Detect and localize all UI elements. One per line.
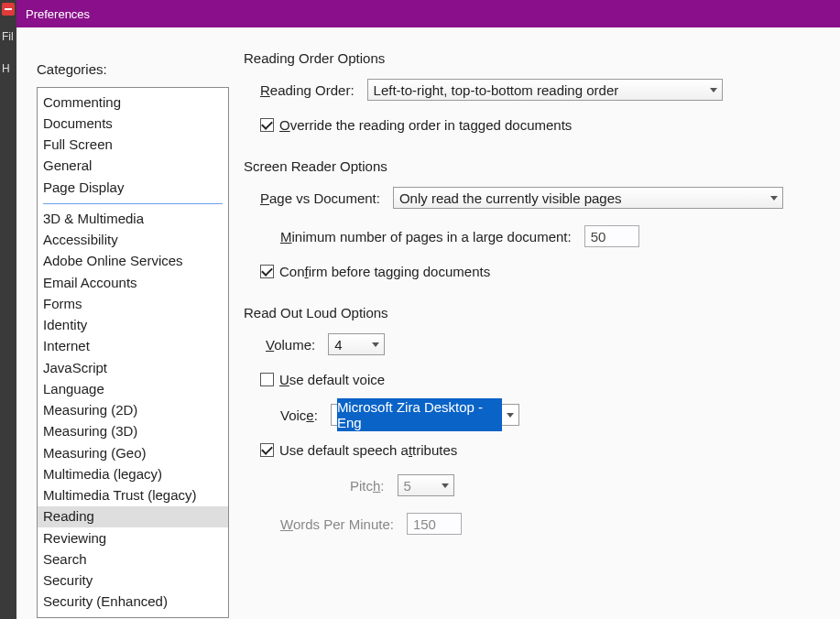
use-default-attrs-label: Use default speech attributes <box>279 442 457 458</box>
bg-text-fil: Fil <box>2 30 14 43</box>
category-item[interactable]: Multimedia (legacy) <box>38 463 228 484</box>
page-vs-document-select[interactable]: Only read the currently visible pages <box>393 187 783 209</box>
category-item[interactable]: JavaScript <box>38 357 228 378</box>
min-pages-input[interactable]: 50 <box>584 225 639 247</box>
wpm-input: 150 <box>407 513 462 535</box>
confirm-tagging-checkbox[interactable] <box>260 265 274 278</box>
category-item[interactable]: Internet <box>38 336 228 357</box>
voice-select[interactable]: Microsoft Zira Desktop - Eng <box>331 404 519 426</box>
use-default-voice-checkbox[interactable] <box>260 373 274 386</box>
confirm-tagging-label: Confirm before tagging documents <box>279 264 490 279</box>
pitch-select: 5 <box>398 474 454 496</box>
section-read-out-loud-title: Read Out Loud Options <box>244 305 839 320</box>
volume-label: Volume: <box>266 337 315 353</box>
app-icon <box>2 3 15 16</box>
voice-label: Voice: <box>280 407 318 423</box>
section-reading-order-title: Reading Order Options <box>244 50 839 66</box>
pitch-label: Pitch: <box>350 478 385 494</box>
dialog-titlebar: Preferences <box>16 0 840 27</box>
volume-value: 4 <box>334 337 342 353</box>
category-item[interactable]: Email Accounts <box>38 272 228 293</box>
use-default-voice-label: Use default voice <box>279 372 385 387</box>
reading-order-select[interactable]: Left-to-right, top-to-bottom reading ord… <box>367 79 723 101</box>
volume-select[interactable]: 4 <box>328 333 385 355</box>
category-item[interactable]: Reading <box>38 506 228 527</box>
pitch-value: 5 <box>404 478 411 494</box>
category-item[interactable]: Page Display <box>38 177 228 198</box>
reading-order-value: Left-to-right, top-to-bottom reading ord… <box>374 82 619 98</box>
category-item[interactable]: Signatures <box>38 613 228 618</box>
dialog-title: Preferences <box>26 7 90 21</box>
category-item[interactable]: Language <box>38 378 228 399</box>
override-reading-order-label: Override the reading order in tagged doc… <box>279 117 572 133</box>
category-item[interactable]: Full Screen <box>38 135 228 156</box>
category-item[interactable]: Measuring (Geo) <box>38 442 228 463</box>
wpm-label: Words Per Minute: <box>280 516 394 532</box>
wpm-value: 150 <box>413 516 436 532</box>
bg-text-h: H <box>2 62 10 75</box>
category-listbox[interactable]: CommentingDocumentsFull ScreenGeneralPag… <box>37 87 229 618</box>
category-divider <box>43 203 223 204</box>
page-vs-document-label: Page vs Document: <box>260 190 380 206</box>
min-pages-label: Minimum number of pages in a large docum… <box>280 229 572 244</box>
category-item[interactable]: Forms <box>38 293 228 314</box>
section-screen-reader: Page vs Document: Only read the currentl… <box>244 187 839 279</box>
preferences-dialog: Categories: CommentingDocumentsFull Scre… <box>16 27 840 619</box>
category-item[interactable]: General <box>38 156 228 177</box>
section-screen-reader-title: Screen Reader Options <box>244 158 839 174</box>
override-reading-order-checkbox[interactable] <box>260 118 274 132</box>
category-item[interactable]: Reviewing <box>38 527 228 548</box>
section-reading-order: Reading Order: Left-to-right, top-to-bot… <box>244 79 839 133</box>
category-item[interactable]: Measuring (3D) <box>38 421 228 442</box>
app-background-strip: Fil H <box>0 0 16 619</box>
category-item[interactable]: Accessibility <box>38 230 228 251</box>
section-read-out-loud: Volume: 4 Use default voice Voice: Micro… <box>244 333 839 535</box>
categories-heading: Categories: <box>37 61 107 77</box>
preferences-content: Reading Order Options Reading Order: Lef… <box>244 50 839 560</box>
category-item[interactable]: Search <box>38 548 228 570</box>
category-item[interactable]: Security <box>38 570 228 592</box>
category-item[interactable]: Measuring (2D) <box>38 400 228 421</box>
category-item[interactable]: Identity <box>38 315 228 336</box>
category-item[interactable]: Commenting <box>38 92 228 113</box>
category-item[interactable]: Documents <box>38 113 228 134</box>
use-default-attrs-checkbox[interactable] <box>260 443 274 457</box>
voice-value: Microsoft Zira Desktop - Eng <box>337 398 502 431</box>
category-item[interactable]: 3D & Multimedia <box>38 208 228 229</box>
category-item[interactable]: Security (Enhanced) <box>38 592 228 613</box>
page-vs-document-value: Only read the currently visible pages <box>399 190 622 206</box>
category-item[interactable]: Multimedia Trust (legacy) <box>38 485 228 506</box>
category-item[interactable]: Adobe Online Services <box>38 251 228 272</box>
min-pages-value: 50 <box>591 229 606 244</box>
reading-order-label: Reading Order: <box>260 82 355 98</box>
